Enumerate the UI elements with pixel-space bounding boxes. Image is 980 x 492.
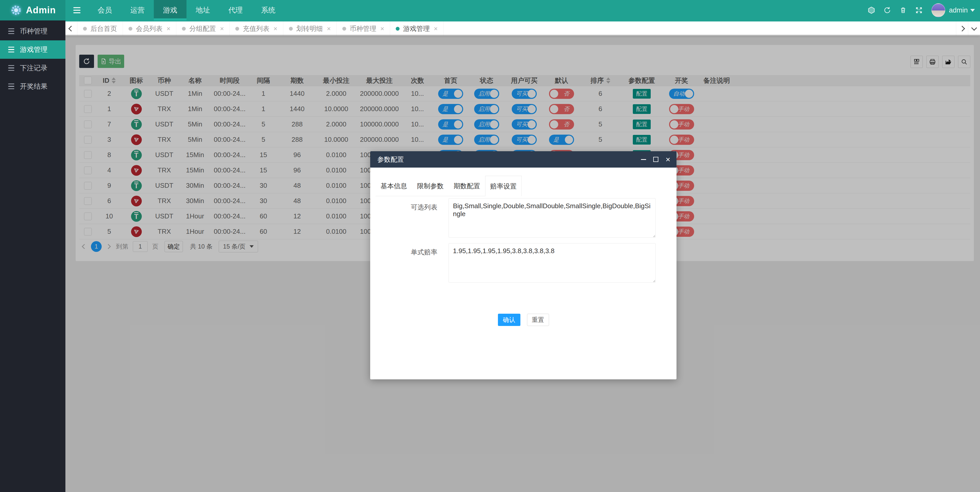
tab-close-icon[interactable]: ×: [327, 25, 331, 33]
tab-5[interactable]: 币种管理×: [337, 21, 390, 36]
sidebar-item-1[interactable]: 游戏管理: [0, 40, 65, 59]
list-icon: [8, 65, 14, 71]
tab-label: 后台首页: [91, 24, 117, 33]
tab-close-icon[interactable]: ×: [434, 25, 438, 33]
modal-tab-0[interactable]: 基本信息: [375, 176, 412, 196]
minimize-icon[interactable]: [641, 159, 646, 160]
list-icon: [8, 29, 14, 34]
odds-label: 单式赔率: [401, 248, 438, 257]
tabbar: 后台首页会员列表×分组配置×充值列表×划转明细×币种管理×游戏管理×: [65, 21, 980, 36]
tab-dot-icon: [129, 27, 132, 31]
modal-buttons: 确认 重置: [370, 314, 676, 326]
top-nav: 会员运营游戏地址代理系统: [88, 0, 285, 21]
app-logo[interactable]: Admin: [0, 0, 65, 21]
gear-logo-icon: [10, 4, 22, 17]
tab-label: 会员列表: [136, 24, 162, 33]
tab-close-icon[interactable]: ×: [380, 25, 384, 33]
sidebar-item-0[interactable]: 币种管理: [0, 22, 65, 40]
sidebar-item-label: 开奖结果: [20, 82, 48, 91]
tab-0[interactable]: 后台首页: [77, 21, 123, 36]
tab-close-icon[interactable]: ×: [220, 25, 224, 33]
hamburger-bars: [73, 7, 81, 13]
nav-item-4[interactable]: 代理: [219, 0, 252, 21]
nav-item-3[interactable]: 地址: [186, 0, 219, 21]
tab-close-icon[interactable]: ×: [167, 25, 170, 33]
nav-item-label: 会员: [98, 5, 112, 15]
fullscreen-icon[interactable]: [911, 0, 927, 21]
nav-item-label: 地址: [196, 5, 210, 15]
modal-header[interactable]: 参数配置 ×: [370, 151, 676, 167]
tabs: 后台首页会员列表×分组配置×充值列表×划转明细×币种管理×游戏管理×: [77, 21, 956, 36]
clear-cache-icon[interactable]: [895, 0, 911, 21]
nav-item-label: 游戏: [163, 5, 177, 15]
nav-item-5[interactable]: 系统: [252, 0, 285, 21]
sidebar: 币种管理游戏管理下注记录开奖结果: [0, 21, 65, 492]
sidebar-items: 币种管理游戏管理下注记录开奖结果: [0, 21, 65, 96]
theme-icon[interactable]: [864, 0, 879, 21]
modal-controls: ×: [641, 151, 670, 167]
tab-6[interactable]: 游戏管理×: [390, 21, 444, 36]
list-icon: [8, 84, 14, 89]
tab-dot-icon: [289, 27, 293, 31]
app-title: Admin: [26, 5, 56, 16]
odds-textarea[interactable]: 1.95,1.95,1.95,1.95,3.8,3.8,3.8,3.8: [449, 243, 655, 283]
tab-3[interactable]: 充值列表×: [230, 21, 283, 36]
tab-label: 划转明细: [296, 24, 323, 33]
tab-label: 游戏管理: [403, 24, 430, 33]
tab-dot-icon: [182, 27, 186, 31]
sidebar-item-label: 下注记录: [20, 63, 48, 73]
tab-dot-icon: [396, 27, 399, 31]
sidebar-item-2[interactable]: 下注记录: [0, 59, 65, 77]
tabs-scroll-right-icon[interactable]: [956, 21, 968, 36]
topbar: Admin 会员运营游戏地址代理系统 admin: [0, 0, 980, 21]
sidebar-item-label: 币种管理: [20, 27, 48, 36]
username[interactable]: admin: [949, 6, 968, 14]
tab-dot-icon: [235, 27, 239, 31]
nav-item-0[interactable]: 会员: [88, 0, 121, 21]
tab-label: 充值列表: [243, 24, 269, 33]
modal-tab-3[interactable]: 赔率设置: [485, 176, 522, 196]
options-textarea[interactable]: Big,Small,Single,Double,SmallDouble,Smal…: [449, 198, 655, 237]
avatar[interactable]: [931, 3, 945, 17]
modal-tabs: 基本信息限制参数期数配置赔率设置: [375, 176, 522, 196]
tab-label: 分组配置: [189, 24, 216, 33]
list-icon: [8, 47, 14, 53]
tab-dot-icon: [83, 27, 87, 31]
confirm-button[interactable]: 确认: [498, 314, 520, 326]
sidebar-item-3[interactable]: 开奖结果: [0, 77, 65, 96]
nav-item-label: 系统: [261, 5, 275, 15]
parameter-config-modal: 参数配置 × 基本信息限制参数期数配置赔率设置 可选列表 Big,Small,S…: [370, 151, 676, 379]
nav-item-label: 代理: [228, 5, 243, 15]
tab-label: 币种管理: [350, 24, 376, 33]
refresh-icon[interactable]: [879, 0, 895, 21]
tabs-menu-icon[interactable]: [968, 21, 980, 36]
hamburger-icon[interactable]: [65, 0, 88, 21]
tab-close-icon[interactable]: ×: [274, 25, 277, 33]
tab-2[interactable]: 分组配置×: [176, 21, 230, 36]
modal-tab-1[interactable]: 限制参数: [412, 176, 449, 196]
tab-4[interactable]: 划转明细×: [283, 21, 337, 36]
nav-item-label: 运营: [130, 5, 145, 15]
modal-title: 参数配置: [377, 151, 404, 167]
close-icon[interactable]: ×: [665, 155, 670, 164]
topbar-right: admin: [864, 0, 980, 21]
maximize-icon[interactable]: [653, 157, 659, 162]
reset-button[interactable]: 重置: [527, 314, 549, 326]
tab-1[interactable]: 会员列表×: [123, 21, 176, 36]
options-label: 可选列表: [401, 203, 438, 212]
modal-tab-2[interactable]: 期数配置: [449, 176, 485, 196]
tab-dot-icon: [342, 27, 346, 31]
nav-item-2[interactable]: 游戏: [154, 0, 186, 21]
modal-tabs-divider: [375, 196, 485, 196]
sidebar-item-label: 游戏管理: [20, 45, 48, 54]
tabs-scroll-left-icon[interactable]: [65, 21, 77, 36]
nav-item-1[interactable]: 运营: [121, 0, 154, 21]
user-menu-caret-icon[interactable]: [970, 9, 975, 12]
